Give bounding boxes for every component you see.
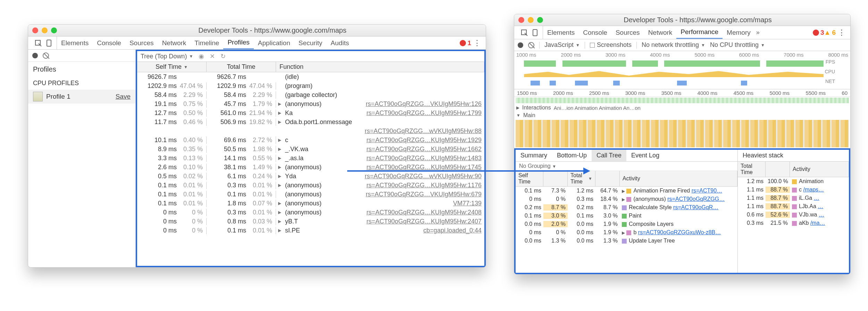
maximize-icon[interactable] xyxy=(537,17,543,23)
table-row[interactable]: 11.7 ms0.46 %506.9 ms19.82 %▶Oda.b.port1… xyxy=(137,117,484,126)
table-row[interactable]: 1.1 ms88.7 %iL.Ga … xyxy=(738,194,849,202)
maximize-icon[interactable] xyxy=(51,27,57,33)
inspect-icon[interactable] xyxy=(520,29,528,36)
source-link[interactable]: … xyxy=(814,195,819,201)
view-dropdown[interactable]: Tree (Top Down) ▼ xyxy=(141,53,193,60)
subtab-call-tree[interactable]: Call Tree xyxy=(592,150,626,161)
col-activity[interactable]: Activity xyxy=(790,162,849,177)
source-link[interactable]: rs=ACT90oGqRZGGxuWo-z8B… xyxy=(638,229,721,235)
table-row[interactable]: 19.1 ms0.75 %45.7 ms1.79 %▶(anonymous)rs… xyxy=(137,99,484,108)
col-total[interactable]: Total Time xyxy=(207,62,276,72)
source-link[interactable]: rs=ACT90oGqRZGG…KUIgM95Hw:2408 xyxy=(366,209,484,216)
source-link[interactable]: rs=ACT90oGqRZGG…wVKUIgM95Hw:88 xyxy=(365,128,484,135)
table-row[interactable]: 12.7 ms0.50 %561.0 ms21.94 %▶Kars=ACT90o… xyxy=(137,108,484,117)
source-link[interactable]: rs=ACT90oGqRZGG…KUIgM95Hw:1799 xyxy=(366,109,484,117)
table-row[interactable]: 9626.7 ms9626.7 ms(idle) xyxy=(137,72,484,81)
source-link[interactable]: rs=ACT90oGqRZGG…wVKUIgM95Hw:90 xyxy=(365,173,484,180)
source-link[interactable]: /maps… xyxy=(803,187,824,193)
source-link[interactable]: rs=ACT90oGqRZGG…KUIgM95Hw:1745 xyxy=(366,164,484,171)
table-row[interactable]: 0.1 ms7.3 %1.2 ms64.7 %▶ Animation Frame… xyxy=(516,187,737,195)
clear-icon[interactable] xyxy=(43,52,49,59)
table-row[interactable]: 0.0 ms1.3 %0.0 ms1.3 %Update Layer Tree xyxy=(516,237,737,245)
error-badge[interactable]: 1 xyxy=(460,39,471,47)
table-row[interactable]: 0.1 ms3.0 %0.1 ms3.0 %Paint xyxy=(516,212,737,220)
tab-profiles[interactable]: Profiles xyxy=(223,36,253,49)
source-link[interactable]: rs=ACT90oGqRZGG… xyxy=(667,196,725,202)
tab-network[interactable]: Network xyxy=(158,36,191,49)
inspect-icon[interactable] xyxy=(34,39,42,47)
col-total[interactable]: Total Time▼ xyxy=(568,171,595,186)
source-link[interactable]: rs=ACT90oGqR… xyxy=(673,204,718,210)
tab-audits[interactable]: Audits xyxy=(326,36,353,49)
table-row[interactable]: 0.3 ms21.5 %aKb /ma… xyxy=(738,219,849,227)
tab-network[interactable]: Network xyxy=(644,26,677,39)
table-row[interactable]: 0.6 ms52.6 %VJb.wa … xyxy=(738,211,849,219)
source-link[interactable]: … xyxy=(819,212,824,218)
source-link[interactable]: rs=ACT90oGqRZGG…KUIgM95Hw:1929 xyxy=(366,137,484,144)
close-x-icon[interactable]: ✕ xyxy=(210,52,215,60)
col-activity[interactable]: Activity xyxy=(620,171,737,186)
clear-icon[interactable] xyxy=(528,42,534,48)
source-link[interactable]: VM77:139 xyxy=(453,200,484,207)
save-link[interactable]: Save xyxy=(116,93,131,100)
table-row[interactable]: 58.4 ms2.29 %58.4 ms2.29 %(garbage colle… xyxy=(137,90,484,99)
table-row[interactable]: 0 ms0 %0.3 ms0.01 %▶(anonymous)rs=ACT90o… xyxy=(137,208,484,217)
more-icon[interactable]: ⋮ xyxy=(471,39,483,48)
table-row[interactable]: 0.1 ms0.01 %0.1 ms0.01 %(anonymous)rs=AC… xyxy=(137,190,484,199)
tab-sources[interactable]: Sources xyxy=(125,36,158,49)
table-row[interactable]: 0.5 ms0.02 %6.1 ms0.24 %▶Ydars=ACT90oGqR… xyxy=(137,172,484,181)
subtab-bottom-up[interactable]: Bottom-Up xyxy=(552,150,592,161)
tab-performance[interactable]: Performance xyxy=(676,26,723,39)
cpu-throttle-dropdown[interactable]: No CPU throttling ▼ xyxy=(710,41,765,49)
tab-memory[interactable]: Memory xyxy=(723,26,755,39)
tab-security[interactable]: Security xyxy=(294,36,327,49)
tab-elements[interactable]: Elements xyxy=(543,26,579,39)
table-row[interactable]: 1202.9 ms47.04 %1202.9 ms47.04 %(program… xyxy=(137,81,484,90)
eye-icon[interactable]: ◉ xyxy=(199,52,204,60)
source-link[interactable]: rs=ACT90oGqRZGG…KUIgM95Hw:1662 xyxy=(366,146,484,153)
js-dropdown[interactable]: JavaScript ▼ xyxy=(544,41,580,49)
expand-icon[interactable]: ▶ xyxy=(514,105,519,110)
table-row[interactable]: 8.9 ms0.35 %50.5 ms1.98 %▶_.VK.wars=ACT9… xyxy=(137,145,484,154)
source-link[interactable]: rs=ACT90oGqRZGG…KUIgM95Hw:1483 xyxy=(366,155,484,162)
table-row[interactable]: 0.0 ms2.0 %0.0 ms1.9 %Composite Layers xyxy=(516,220,737,228)
warn-badge[interactable]: ▲ 6 xyxy=(824,29,836,36)
source-link[interactable]: rs=ACT90… xyxy=(692,188,722,194)
tab-timeline[interactable]: Timeline xyxy=(190,36,223,49)
table-row[interactable]: 0.2 ms8.7 %0.2 ms8.7 %Recalculate Style … xyxy=(516,203,737,212)
tab-elements[interactable]: Elements xyxy=(57,36,93,49)
reload-icon[interactable]: ↻ xyxy=(220,52,226,60)
table-row[interactable]: 0 ms0 %0.8 ms0.03 %▶yB.Trs=ACT90oGqRZGG…… xyxy=(137,217,484,226)
device-icon[interactable] xyxy=(532,29,539,36)
source-link[interactable]: … xyxy=(818,203,823,209)
table-row[interactable]: 10.1 ms0.40 %69.6 ms2.72 %▶crs=ACT90oGqR… xyxy=(137,136,484,145)
overview-minimap[interactable]: 1000 ms2000 ms3000 ms4000 ms5000 ms6000 … xyxy=(514,51,850,89)
source-link[interactable]: rs=ACT90oGqRZGG…KUIgM95Hw:2407 xyxy=(366,218,484,225)
collapse-icon[interactable]: ▼ xyxy=(514,113,520,118)
subtab-event-log[interactable]: Event Log xyxy=(626,150,664,161)
device-icon[interactable] xyxy=(45,39,53,47)
source-link[interactable]: /ma… xyxy=(810,220,825,226)
flame-chart[interactable]: 1500 ms2000 ms2500 ms3000 ms3500 ms4000 … xyxy=(514,89,850,148)
tab-console[interactable]: Console xyxy=(579,26,611,39)
minimize-icon[interactable] xyxy=(42,27,48,33)
grouping-dropdown[interactable]: No Grouping ▼ xyxy=(516,162,737,171)
close-icon[interactable] xyxy=(32,27,38,33)
screenshots-checkbox[interactable]: Screenshots xyxy=(590,41,632,49)
col-function[interactable]: Function xyxy=(276,62,484,72)
more-icon[interactable]: ⋮ xyxy=(836,28,848,37)
table-row[interactable]: rs=ACT90oGqRZGG…wVKUIgM95Hw:88 xyxy=(137,126,484,136)
table-row[interactable]: 0.1 ms0.01 %1.8 ms0.07 %▶(anonymous)VM77… xyxy=(137,199,484,208)
minimize-icon[interactable] xyxy=(528,17,534,23)
table-row[interactable]: 0.1 ms0.01 %0.3 ms0.01 %▶(anonymous)rs=A… xyxy=(137,181,484,190)
record-icon[interactable] xyxy=(518,42,523,48)
record-icon[interactable] xyxy=(32,53,38,58)
close-icon[interactable] xyxy=(518,17,524,23)
profile-item[interactable]: Profile 1 Save xyxy=(28,90,135,104)
tab-sources[interactable]: Sources xyxy=(611,26,644,39)
table-row[interactable]: 1.1 ms88.7 %c /maps… xyxy=(738,186,849,194)
col-self[interactable]: Self Time▼ xyxy=(137,62,207,72)
subtab-summary[interactable]: Summary xyxy=(516,150,552,161)
col-self[interactable]: Self Time xyxy=(516,171,543,186)
network-throttle-dropdown[interactable]: No network throttling ▼ xyxy=(642,41,705,49)
